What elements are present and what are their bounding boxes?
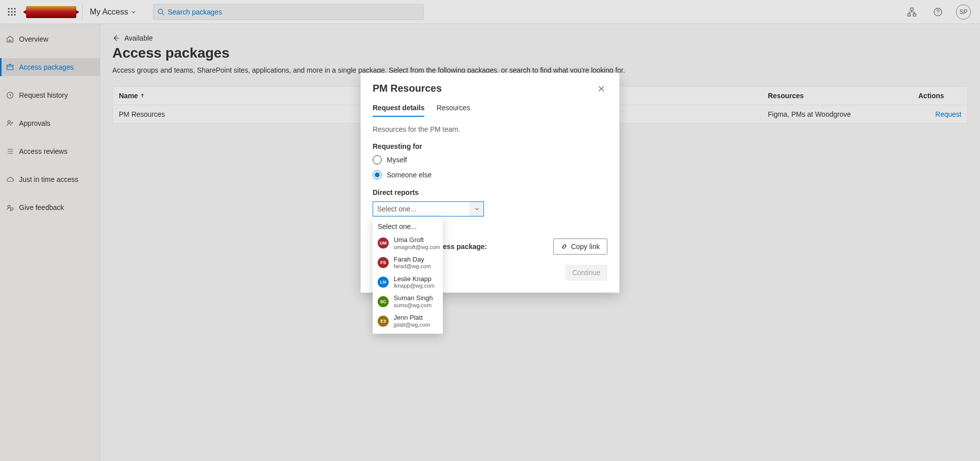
modal-backdrop[interactable] [0,0,980,24]
